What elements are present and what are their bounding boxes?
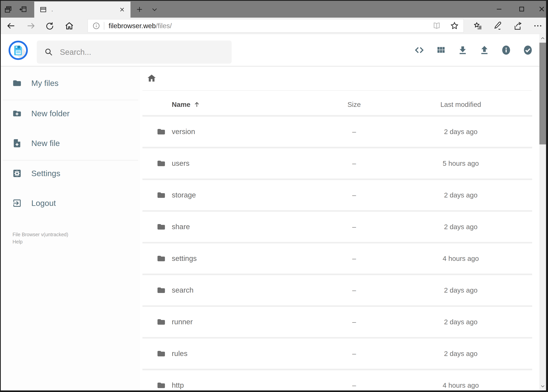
close-window-button[interactable] bbox=[536, 3, 546, 15]
annotate-icon bbox=[493, 21, 503, 31]
sidebar-item-my-files[interactable]: My files bbox=[1, 74, 140, 92]
file-row[interactable]: storage – 2 days ago bbox=[142, 180, 532, 210]
sidebar-footer: File Browser v(untracked) Help bbox=[13, 231, 68, 245]
column-size[interactable]: Size bbox=[319, 101, 389, 108]
file-name: search bbox=[172, 286, 319, 294]
search-input[interactable]: Search... bbox=[37, 41, 232, 64]
switch-view-code-button[interactable] bbox=[414, 45, 424, 55]
file-listing: Name Size Last modified version – 2 days… bbox=[142, 67, 532, 391]
listing-header: Name Size Last modified bbox=[142, 98, 532, 111]
tab-title: . bbox=[51, 7, 119, 13]
url-separator bbox=[104, 22, 104, 30]
site-info-icon[interactable] bbox=[92, 22, 100, 30]
back-icon bbox=[6, 21, 16, 30]
minimize-icon bbox=[495, 5, 503, 13]
file-list: version – 2 days ago users – 5 hours ago… bbox=[142, 115, 532, 391]
url-host: filebrowser.web bbox=[109, 22, 156, 29]
select-button[interactable] bbox=[523, 45, 533, 55]
grid-view-button[interactable] bbox=[436, 45, 446, 55]
app-version: File Browser v(untracked) bbox=[13, 231, 68, 238]
search-placeholder: Search... bbox=[60, 48, 91, 56]
folder-icon bbox=[142, 254, 172, 263]
tab-dropdown-button[interactable] bbox=[149, 4, 160, 14]
home-button[interactable] bbox=[64, 21, 74, 31]
search-icon bbox=[44, 48, 53, 56]
folder-icon bbox=[12, 78, 22, 88]
favorites-hub-button[interactable] bbox=[473, 21, 483, 31]
file-row[interactable]: rules – 2 days ago bbox=[142, 339, 532, 369]
refresh-icon bbox=[45, 21, 54, 30]
favorites-hub-icon bbox=[473, 21, 483, 31]
file-modified: 2 days ago bbox=[389, 128, 532, 136]
download-icon bbox=[458, 45, 468, 55]
sidebar-item-logout[interactable]: Logout bbox=[1, 194, 140, 212]
file-row[interactable]: settings – 4 hours ago bbox=[142, 244, 532, 273]
file-row[interactable]: version – 2 days ago bbox=[142, 117, 532, 147]
folder-icon bbox=[142, 127, 172, 136]
favorite-star-icon[interactable] bbox=[450, 21, 459, 30]
url-bar[interactable]: filebrowser.web/files/ bbox=[88, 19, 464, 33]
file-modified: 2 days ago bbox=[389, 191, 532, 199]
file-size: – bbox=[319, 381, 389, 389]
close-tab-icon[interactable] bbox=[119, 6, 125, 13]
maximize-button[interactable] bbox=[516, 3, 527, 15]
sidebar-item-new-folder[interactable]: New folder bbox=[1, 105, 140, 122]
tab-preview-button[interactable] bbox=[3, 4, 13, 14]
annotate-button[interactable] bbox=[493, 21, 503, 31]
scrollbar-thumb[interactable] bbox=[539, 43, 546, 144]
file-modified: 4 hours ago bbox=[389, 255, 532, 262]
set-aside-tabs-button[interactable] bbox=[18, 4, 28, 14]
browser-window: . bbox=[0, 0, 548, 392]
more-options-icon bbox=[533, 21, 543, 31]
file-name: users bbox=[172, 159, 319, 168]
home-icon bbox=[65, 21, 74, 30]
help-link[interactable]: Help bbox=[13, 238, 68, 245]
file-row[interactable]: share – 2 days ago bbox=[142, 212, 532, 242]
scroll-up-icon[interactable] bbox=[539, 34, 546, 43]
more-options-button[interactable] bbox=[533, 21, 543, 31]
page-icon bbox=[39, 6, 47, 14]
share-button[interactable] bbox=[513, 21, 523, 31]
download-button[interactable] bbox=[458, 45, 468, 55]
file-row[interactable]: search – 2 days ago bbox=[142, 275, 532, 305]
upload-button[interactable] bbox=[479, 45, 490, 55]
folder-icon bbox=[142, 286, 172, 295]
folder-icon bbox=[142, 159, 172, 168]
logout-icon bbox=[12, 198, 22, 208]
scrollbar[interactable] bbox=[539, 34, 546, 391]
sidebar-item-settings[interactable]: Settings bbox=[1, 165, 140, 182]
file-row[interactable]: http – 4 hours ago bbox=[142, 370, 532, 391]
refresh-button[interactable] bbox=[45, 21, 55, 31]
sidebar-item-new-file[interactable]: New file bbox=[1, 134, 140, 152]
new-tab-button[interactable] bbox=[134, 4, 145, 14]
back-button[interactable] bbox=[6, 21, 16, 31]
reading-view-icon[interactable] bbox=[432, 21, 441, 30]
file-modified: 2 days ago bbox=[389, 223, 532, 231]
forward-button[interactable] bbox=[26, 21, 36, 31]
sidebar-item-label: New file bbox=[31, 139, 60, 148]
file-size: – bbox=[319, 318, 389, 326]
check-circle-icon bbox=[522, 45, 533, 56]
file-row[interactable]: users – 5 hours ago bbox=[142, 148, 532, 178]
file-modified: 5 hours ago bbox=[389, 160, 532, 167]
code-icon bbox=[414, 45, 425, 56]
minimize-button[interactable] bbox=[493, 3, 505, 15]
scroll-down-icon[interactable] bbox=[539, 382, 546, 391]
new-file-icon bbox=[12, 138, 22, 148]
column-modified[interactable]: Last modified bbox=[389, 101, 532, 108]
file-name: version bbox=[172, 128, 319, 136]
browser-titlebar: . bbox=[1, 1, 546, 18]
file-row[interactable]: runner – 2 days ago bbox=[142, 307, 532, 337]
breadcrumb-home-button[interactable] bbox=[147, 73, 157, 83]
info-icon bbox=[501, 45, 512, 56]
file-name: storage bbox=[172, 191, 319, 199]
info-button[interactable] bbox=[501, 45, 511, 55]
file-name: rules bbox=[172, 350, 319, 358]
active-tab[interactable]: . bbox=[34, 1, 131, 18]
url-text[interactable]: filebrowser.web/files/ bbox=[109, 22, 428, 30]
file-size: – bbox=[319, 350, 389, 357]
settings-icon bbox=[12, 168, 22, 178]
set-aside-tabs-icon bbox=[19, 5, 28, 14]
tab-dropdown-icon bbox=[151, 6, 158, 13]
column-name-sort[interactable]: Name bbox=[172, 101, 319, 108]
